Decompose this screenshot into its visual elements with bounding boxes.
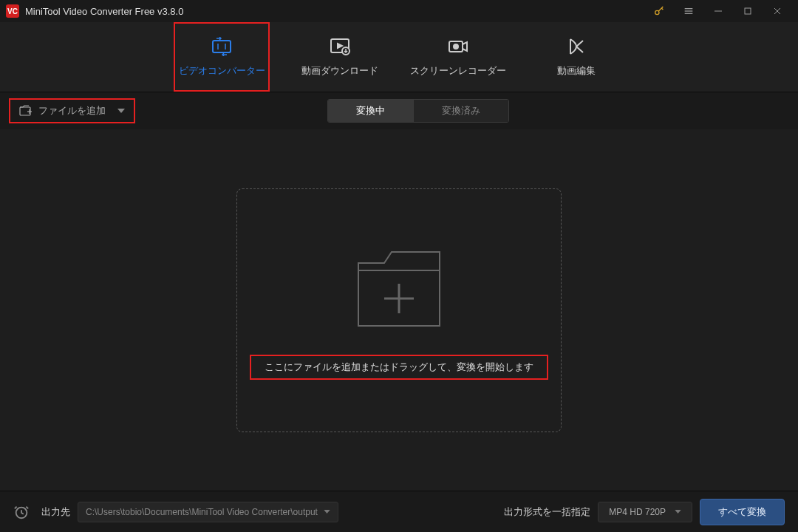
key-icon[interactable] (644, 0, 674, 22)
tab-recorder[interactable]: スクリーンレコーダー (410, 22, 506, 92)
minimize-button[interactable] (703, 0, 733, 22)
svg-rect-5 (745, 8, 751, 14)
clock-icon[interactable] (13, 504, 30, 520)
editor-icon (567, 36, 586, 57)
add-file-button[interactable]: ファイルを追加 (9, 98, 135, 123)
top-nav: ビデオコンバーター 動画ダウンロード スクリーンレコーダー 動画編集 (0, 22, 798, 92)
maximize-button[interactable] (733, 0, 763, 22)
output-path-value: C:\Users\tobio\Documents\MiniTool Video … (86, 507, 318, 517)
tab-editor[interactable]: 動画編集 (528, 22, 624, 92)
converter-icon (211, 36, 233, 57)
tab-editor-label: 動画編集 (557, 64, 596, 78)
format-value: MP4 HD 720P (609, 507, 666, 517)
drop-zone-text: ここにファイルを追加またはドラッグして、変換を開始します (250, 355, 548, 380)
svg-marker-17 (117, 109, 125, 113)
output-path-select[interactable]: C:\Users\tobio\Documents\MiniTool Video … (78, 502, 338, 522)
format-label: 出力形式を一括指定 (504, 505, 590, 519)
add-file-label: ファイルを追加 (38, 104, 106, 117)
chevron-down-icon (117, 109, 125, 113)
main-area: ここにファイルを追加またはドラッグして、変換を開始します (0, 129, 798, 491)
add-file-icon (19, 105, 33, 117)
app-title: MiniTool Video Converter Free v3.8.0 (25, 6, 644, 17)
folder-plus-icon (344, 241, 454, 337)
tab-converter[interactable]: ビデオコンバーター (174, 22, 270, 92)
svg-point-13 (454, 44, 458, 49)
svg-point-0 (655, 10, 659, 14)
subtab-converted[interactable]: 変換済み (413, 100, 508, 122)
app-logo: VC (6, 4, 19, 18)
tab-converter-label: ビデオコンバーター (179, 64, 265, 78)
svg-marker-10 (338, 44, 342, 48)
convert-all-button[interactable]: すべて変換 (700, 499, 785, 525)
svg-rect-8 (213, 41, 231, 52)
titlebar: VC MiniTool Video Converter Free v3.8.0 (0, 0, 798, 22)
footer: 出力先 C:\Users\tobio\Documents\MiniTool Vi… (0, 491, 798, 532)
svg-marker-22 (675, 510, 681, 514)
svg-marker-21 (324, 510, 330, 514)
format-select[interactable]: MP4 HD 720P (598, 502, 692, 522)
tab-download[interactable]: 動画ダウンロード (292, 22, 388, 92)
download-icon (329, 36, 351, 57)
subtab-converting[interactable]: 変換中 (328, 100, 413, 122)
toolbar: ファイルを追加 変換中 変換済み (0, 92, 798, 129)
chevron-down-icon (675, 510, 681, 514)
chevron-down-icon (324, 510, 330, 514)
output-label: 出力先 (41, 505, 70, 519)
tab-recorder-label: スクリーンレコーダー (410, 64, 506, 78)
drop-zone[interactable]: ここにファイルを追加またはドラッグして、変換を開始します (236, 188, 562, 432)
sub-tabs: 変換中 変換済み (327, 99, 509, 123)
tab-download-label: 動画ダウンロード (301, 64, 378, 78)
recorder-icon (447, 36, 469, 57)
menu-icon[interactable] (674, 0, 703, 22)
close-button[interactable] (763, 0, 792, 22)
